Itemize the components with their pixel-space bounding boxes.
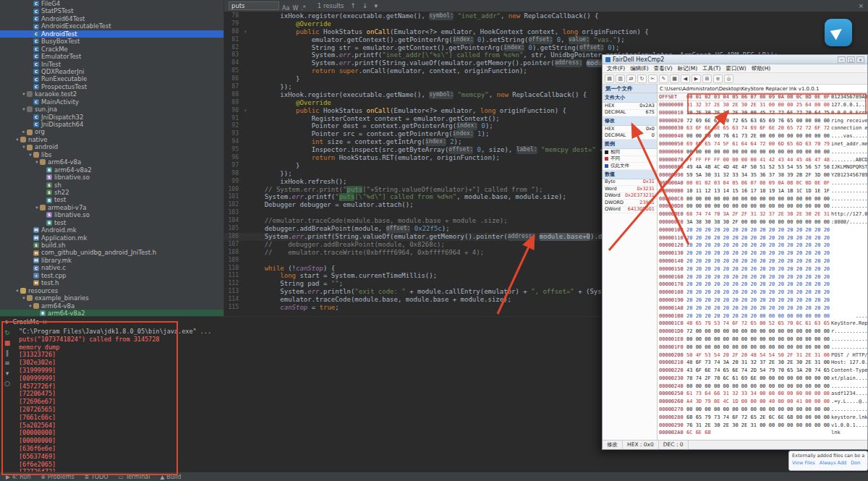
hex-row[interactable]: 0000012020 20 20 20 20 20 20 20 20 20 20… bbox=[658, 242, 867, 250]
next-match-icon[interactable]: ↓ bbox=[362, 2, 368, 9]
tree-item[interactable]: ▾resources bbox=[0, 287, 224, 294]
tree-item[interactable]: CAndroidTest bbox=[0, 30, 224, 38]
tree-item[interactable]: Slibnative.so bbox=[0, 211, 224, 218]
hex-row[interactable]: 00000260A4 3D 79 0E 4C 1D 00 00 00 40 00… bbox=[658, 398, 867, 406]
console-close-icon[interactable]: × bbox=[42, 318, 47, 325]
tree-item[interactable]: CCrackMe bbox=[0, 46, 224, 53]
close-search-icon[interactable]: × bbox=[858, 2, 864, 9]
tree-item[interactable]: Htest.h bbox=[0, 279, 224, 286]
hex-row[interactable]: 0000014020 20 20 20 20 20 20 20 20 20 20… bbox=[658, 257, 867, 265]
tree-item[interactable]: ▾arm64-v8a bbox=[0, 158, 224, 166]
hex-row[interactable]: 0000022043 6F 6E 74 65 6E 74 2D 54 79 70… bbox=[658, 367, 867, 375]
hex-row[interactable]: 000000B010 11 12 13 14 15 16 17 18 19 1A… bbox=[658, 187, 867, 195]
console-title[interactable]: CrackMe bbox=[12, 318, 39, 325]
pause-icon[interactable]: ‖ bbox=[6, 350, 9, 357]
hex-menu-item[interactable]: 帮助(H) bbox=[749, 65, 773, 72]
hex-tool-button[interactable]: ✎ bbox=[659, 75, 668, 83]
code-line[interactable]: 78 ixHook.register(executable.getName(),… bbox=[224, 12, 868, 20]
status-bar-item[interactable]: ⊗Problems bbox=[41, 474, 74, 480]
tree-item[interactable]: Barm64-v8a2 bbox=[0, 166, 224, 174]
hex-row[interactable]: 0000015020 20 20 20 20 20 20 20 20 20 20… bbox=[658, 265, 867, 273]
tree-item[interactable]: ▾native bbox=[0, 136, 224, 143]
hex-tool-button[interactable]: ◎ bbox=[724, 75, 733, 83]
tree-item[interactable]: Mlibrary.mk bbox=[0, 257, 224, 264]
hex-tool-button[interactable]: ↻ bbox=[637, 75, 647, 83]
hex-row[interactable]: 0000004000 00 00 00 76 61 73 2E 00 00 00… bbox=[658, 132, 867, 140]
hex-row[interactable]: 0000023078 74 2F 70 6C 61 69 6E 00 00 00… bbox=[658, 375, 867, 383]
tree-item[interactable]: $sh22 bbox=[0, 189, 224, 196]
tree-item[interactable]: CEmulatorTest bbox=[0, 53, 224, 60]
rerun-icon[interactable]: ↻ bbox=[4, 330, 10, 336]
hex-row[interactable]: 0000025061 73 64 66 31 32 33 34 00 00 00… bbox=[658, 390, 867, 398]
hex-row[interactable]: 000000E068 74 74 70 3A 2F 2F 31 32 37 2E… bbox=[658, 210, 867, 218]
tree-item[interactable]: Hcom_github_unidbg_android_JniTest.h bbox=[0, 249, 224, 256]
hex-tool-button[interactable]: ▦ bbox=[670, 75, 679, 83]
chevron-icon[interactable]: ▾ bbox=[34, 158, 40, 166]
hex-tool-button[interactable]: ⊞ bbox=[702, 75, 712, 83]
minimize-icon[interactable]: ─ bbox=[838, 56, 846, 63]
tree-item[interactable]: CAndroid64Test bbox=[0, 15, 224, 22]
hex-row[interactable]: 0000020050 4F 53 54 20 2F 20 48 54 54 50… bbox=[658, 352, 867, 359]
hex-tool-button[interactable]: ▶ bbox=[692, 75, 701, 83]
tree-item[interactable]: CFileG4 bbox=[0, 0, 224, 7]
chevron-icon[interactable]: ▾ bbox=[14, 136, 20, 143]
hex-grid[interactable]: OFFSET 00 01 02 03 04 05 06 07 08 09 0A … bbox=[658, 93, 867, 440]
hex-menu-item[interactable]: 查看(V) bbox=[652, 65, 675, 72]
hex-row[interactable]: 0000011020 20 20 20 20 20 20 20 20 20 20… bbox=[658, 234, 867, 242]
hex-row[interactable]: 000001E000 00 00 00 00 00 00 00 00 00 00… bbox=[658, 336, 867, 344]
hex-row[interactable]: 0000027000 00 00 00 00 00 00 00 00 00 00… bbox=[658, 406, 867, 414]
search-input[interactable] bbox=[229, 1, 279, 10]
tree-item[interactable]: Cnative.c bbox=[0, 264, 224, 271]
chevron-icon[interactable]: ▾ bbox=[21, 90, 27, 98]
chevron-icon[interactable]: ▾ bbox=[14, 287, 20, 294]
hex-row[interactable]: 000000D000 00 00 00 00 00 00 00 00 00 00… bbox=[658, 203, 867, 210]
tree-item[interactable]: CProspectusTest bbox=[0, 83, 224, 90]
hex-row[interactable]: 000001F000 00 00 00 00 00 00 00 00 00 00… bbox=[658, 344, 867, 352]
tree-item[interactable]: Barm64-v8a2 bbox=[0, 310, 224, 316]
close-icon[interactable]: × bbox=[856, 56, 864, 63]
chevron-icon[interactable]: ▸ bbox=[21, 128, 27, 135]
clear-icon[interactable]: ○ bbox=[4, 380, 10, 387]
match-option[interactable]: W bbox=[292, 5, 298, 12]
tree-item[interactable]: CJniDispatch64 bbox=[0, 121, 224, 128]
hex-menu-item[interactable]: 工具(T) bbox=[700, 65, 723, 72]
hex-row[interactable]: 000001D072 00 00 00 00 00 00 00 00 00 00… bbox=[658, 328, 867, 336]
hex-row[interactable]: 0000018020 20 20 20 20 20 20 20 20 20 20… bbox=[658, 289, 867, 297]
hex-row[interactable]: 0000009059 5A 30 31 32 33 34 35 36 37 38… bbox=[658, 171, 867, 179]
tree-item[interactable]: ▾karaoke.test2 bbox=[0, 90, 224, 98]
hex-tool-button[interactable]: ▤ bbox=[605, 75, 614, 83]
hex-row[interactable]: 0000003063 6F 6E 6E 65 63 74 69 6F 6E 20… bbox=[658, 124, 867, 132]
notification-action-link[interactable]: Always Add bbox=[820, 460, 846, 466]
hex-row[interactable]: 0000021048 6F 73 74 3A 20 31 32 37 2E 30… bbox=[658, 359, 867, 367]
tree-item[interactable]: Slibnative.so bbox=[0, 174, 224, 181]
tree-item[interactable]: ▾libs bbox=[0, 151, 224, 158]
chevron-icon[interactable]: ▾ bbox=[27, 151, 33, 158]
hex-row[interactable]: 0000001030 2E 30 2E 30 2E 30 00 45 72 72… bbox=[658, 109, 867, 117]
tree-item[interactable]: $sh bbox=[0, 182, 224, 189]
hex-row[interactable]: 000001B020 20 20 20 20 20 20 20 00 00 00… bbox=[658, 312, 867, 320]
hex-title-bar[interactable]: FairDell HexCmp2 ─□× bbox=[603, 55, 867, 64]
notification-action-link[interactable]: View Files bbox=[792, 460, 815, 466]
tree-item[interactable]: Btest bbox=[0, 196, 224, 203]
tree-item[interactable]: ▾arm64-v8a bbox=[0, 302, 224, 310]
hex-file-tab[interactable]: 第一个文件 bbox=[603, 85, 658, 93]
hex-row[interactable]: 0000005069 6E 65 74 5F 61 64 64 72 00 6D… bbox=[658, 140, 867, 148]
tree-item[interactable]: ▾android bbox=[0, 143, 224, 150]
tree-item[interactable]: ▾armeabi-v7a bbox=[0, 204, 224, 211]
chevron-icon[interactable]: ▾ bbox=[21, 294, 27, 302]
tree-item[interactable]: $build.sh bbox=[0, 242, 224, 249]
hex-row[interactable]: 000001C04B 65 79 53 74 6F 72 65 00 52 65… bbox=[658, 320, 867, 328]
chevron-icon[interactable]: ▾ bbox=[21, 106, 27, 113]
chevron-icon[interactable]: ▾ bbox=[34, 204, 40, 211]
tree-item[interactable]: CJniDispatch32 bbox=[0, 114, 224, 121]
maximize-icon[interactable]: □ bbox=[847, 56, 855, 63]
code-line[interactable]: 80↑ public HookStatus onCall(Emulator<?>… bbox=[224, 28, 868, 36]
hex-tool-button[interactable]: ⇄ bbox=[626, 75, 636, 83]
match-option[interactable]: Aa bbox=[282, 5, 289, 12]
hex-row[interactable]: 0000013020 20 20 20 20 20 20 20 20 20 20… bbox=[658, 250, 867, 257]
scroll-end-icon[interactable]: ▾ bbox=[6, 370, 9, 377]
tree-item[interactable]: CBusyBoxTest bbox=[0, 38, 224, 45]
hex-row[interactable]: 0000002072 69 6E 67 20 72 65 63 65 69 76… bbox=[658, 117, 867, 125]
hex-row[interactable]: 000001A020 20 20 20 20 20 20 20 20 20 20… bbox=[658, 305, 867, 312]
status-bar-item[interactable]: ≣TODO bbox=[85, 474, 109, 480]
